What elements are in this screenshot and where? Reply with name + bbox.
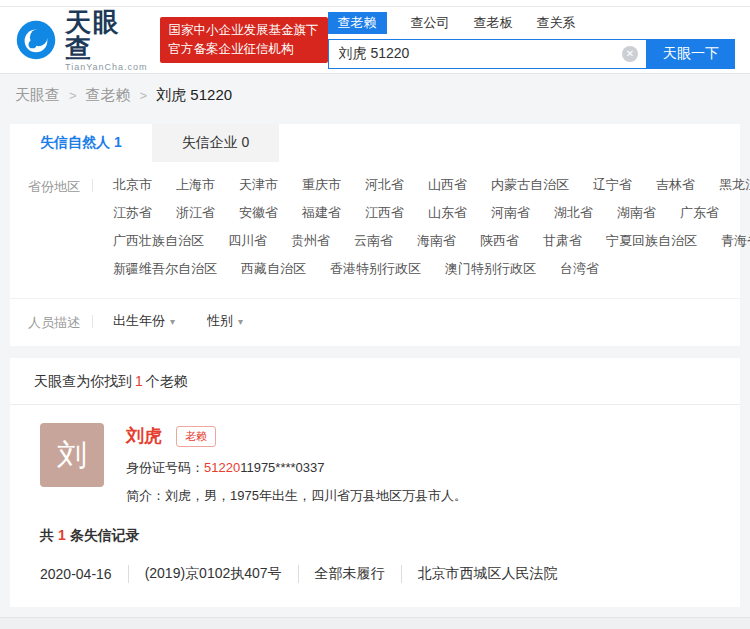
province-link[interactable]: 内蒙古自治区 (491, 176, 569, 193)
search-button[interactable]: 天眼一下 (647, 39, 735, 69)
divider (92, 315, 93, 328)
search-type-tab[interactable]: 查公司 (411, 14, 450, 32)
province-list: 北京市上海市天津市重庆市河北省山西省内蒙古自治区辽宁省吉林省黑龙江省 江苏省浙江… (113, 176, 750, 288)
province-link[interactable]: 云南省 (354, 232, 393, 249)
id-number-label: 身份证号码： (126, 460, 204, 475)
id-number-row: 身份证号码：5122011975****0337 (126, 459, 467, 477)
record-count-heading: 共1条失信记录 (10, 527, 740, 545)
search-type-tab[interactable]: 查老板 (474, 14, 513, 32)
filter-dropdown[interactable]: 性别 (207, 312, 243, 332)
province-filter: 省份地区 北京市上海市天津市重庆市河北省山西省内蒙古自治区辽宁省吉林省黑龙江省 … (10, 162, 740, 298)
person-result-item: 刘 刘虎 老赖 身份证号码：5122011975****0337 简介：刘虎，男… (10, 405, 740, 505)
province-row: 北京市上海市天津市重庆市河北省山西省内蒙古自治区辽宁省吉林省黑龙江省 (113, 176, 750, 193)
record-case-number[interactable]: (2019)京0102执407号 (128, 565, 282, 583)
avatar[interactable]: 刘 (40, 423, 104, 487)
search-box: ✕ (328, 39, 647, 69)
person-filter-dropdowns: 出生年份性别 (113, 312, 275, 332)
search-input[interactable] (329, 40, 646, 68)
province-link[interactable]: 海南省 (417, 232, 456, 249)
province-link[interactable]: 上海市 (176, 176, 215, 193)
search-row: ✕ 天眼一下 (328, 39, 735, 69)
province-link[interactable]: 香港特别行政区 (330, 260, 421, 277)
province-link[interactable]: 西藏自治区 (241, 260, 306, 277)
results-summary: 天眼查为你找到1个老赖 (10, 358, 740, 405)
province-link[interactable]: 辽宁省 (593, 176, 632, 193)
result-type-tab[interactable]: 失信自然人 1 (10, 124, 152, 162)
province-link[interactable]: 江西省 (365, 204, 404, 221)
breadcrumb-home[interactable]: 天眼查 (15, 86, 60, 105)
province-row: 新疆维吾尔自治区西藏自治区香港特别行政区澳门特别行政区台湾省 (113, 260, 750, 277)
breadcrumb-current: 刘虎 51220 (156, 86, 232, 105)
site-logo[interactable]: 天眼查 TianYanCha.com (15, 9, 148, 72)
summary-prefix: 天眼查为你找到 (34, 373, 132, 389)
province-link[interactable]: 甘肃省 (543, 232, 582, 249)
search-type-tab[interactable]: 查关系 (537, 14, 576, 32)
province-link[interactable]: 广东省 (680, 204, 719, 221)
record-suffix: 条失信记录 (70, 527, 140, 543)
summary-suffix: 个老赖 (146, 373, 188, 389)
record-date: 2020-04-16 (40, 566, 112, 582)
province-link[interactable]: 台湾省 (560, 260, 599, 277)
province-row: 江苏省浙江省安徽省福建省江西省山东省河南省湖北省湖南省广东省 (113, 204, 750, 221)
record-count: 1 (58, 527, 66, 543)
dishonesty-record-row: 2020-04-16 (2019)京0102执407号 全部未履行 北京市西城区… (10, 565, 740, 583)
person-filter-label: 人员描述 (28, 312, 86, 332)
result-type-tab[interactable]: 失信企业 0 (152, 124, 280, 162)
province-link[interactable]: 安徽省 (239, 204, 278, 221)
province-link[interactable]: 山西省 (428, 176, 467, 193)
province-link[interactable]: 陕西省 (480, 232, 519, 249)
intro-text: 刘虎，男，1975年出生，四川省万县地区万县市人。 (165, 488, 467, 503)
divider (92, 179, 93, 192)
province-link[interactable]: 新疆维吾尔自治区 (113, 260, 217, 277)
province-link[interactable]: 重庆市 (302, 176, 341, 193)
brand-name: 天眼查 (65, 9, 148, 61)
certification-line2: 官方备案企业征信机构 (169, 40, 319, 59)
province-link[interactable]: 澳门特别行政区 (445, 260, 536, 277)
province-link[interactable]: 浙江省 (176, 204, 215, 221)
province-link[interactable]: 青海省 (721, 232, 750, 249)
province-link[interactable]: 福建省 (302, 204, 341, 221)
breadcrumb-separator-icon: > (140, 88, 148, 103)
province-link[interactable]: 山东省 (428, 204, 467, 221)
person-info: 刘虎 老赖 身份证号码：5122011975****0337 简介：刘虎，男，1… (126, 423, 467, 505)
province-link[interactable]: 广西壮族自治区 (113, 232, 204, 249)
results-count: 1 (135, 373, 143, 389)
intro-label: 简介： (126, 488, 165, 503)
record-court[interactable]: 北京市西城区人民法院 (401, 565, 558, 583)
province-row: 广西壮族自治区四川省贵州省云南省海南省陕西省甘肃省宁夏回族自治区青海省 (113, 232, 750, 249)
breadcrumb: 天眼查 > 查老赖 > 刘虎 51220 (0, 74, 750, 116)
clear-search-icon[interactable]: ✕ (622, 46, 638, 62)
person-name[interactable]: 刘虎 (126, 424, 162, 448)
province-link[interactable]: 黑龙江省 (719, 176, 750, 193)
province-link[interactable]: 湖北省 (554, 204, 593, 221)
breadcrumb-section[interactable]: 查老赖 (86, 86, 131, 105)
search-type-tabs: 查老赖查公司查老板查关系 (328, 12, 735, 34)
person-intro-row: 简介：刘虎，男，1975年出生，四川省万县地区万县市人。 (126, 487, 467, 505)
certification-line1: 国家中小企业发展基金旗下 (169, 21, 319, 40)
tianyancha-eye-icon (15, 19, 57, 61)
record-prefix: 共 (40, 527, 54, 543)
result-type-tabs: 失信自然人 1失信企业 0 (10, 124, 740, 162)
province-filter-label: 省份地区 (28, 176, 86, 288)
deadbeat-status-badge: 老赖 (176, 426, 216, 447)
province-link[interactable]: 四川省 (228, 232, 267, 249)
search-type-tab[interactable]: 查老赖 (328, 12, 387, 34)
province-link[interactable]: 湖南省 (617, 204, 656, 221)
province-link[interactable]: 贵州省 (291, 232, 330, 249)
brand-domain: TianYanCha.com (65, 63, 148, 72)
filter-dropdown[interactable]: 出生年份 (113, 312, 175, 332)
province-link[interactable]: 江苏省 (113, 204, 152, 221)
person-description-filter: 人员描述 出生年份性别 (10, 298, 740, 346)
province-link[interactable]: 吉林省 (656, 176, 695, 193)
province-link[interactable]: 河南省 (491, 204, 530, 221)
top-strip (0, 0, 750, 7)
province-link[interactable]: 宁夏回族自治区 (606, 232, 697, 249)
province-link[interactable]: 天津市 (239, 176, 278, 193)
province-link[interactable]: 北京市 (113, 176, 152, 193)
filter-card: 失信自然人 1失信企业 0 省份地区 北京市上海市天津市重庆市河北省山西省内蒙古… (10, 124, 740, 346)
search-area: 查老赖查公司查老板查关系 ✕ 天眼一下 (328, 12, 735, 69)
certification-badge: 国家中小企业发展基金旗下 官方备案企业征信机构 (160, 17, 328, 63)
id-number-highlight: 51220 (204, 460, 240, 475)
province-link[interactable]: 河北省 (365, 176, 404, 193)
results-card: 天眼查为你找到1个老赖 刘 刘虎 老赖 身份证号码：5122011975****… (10, 358, 740, 607)
